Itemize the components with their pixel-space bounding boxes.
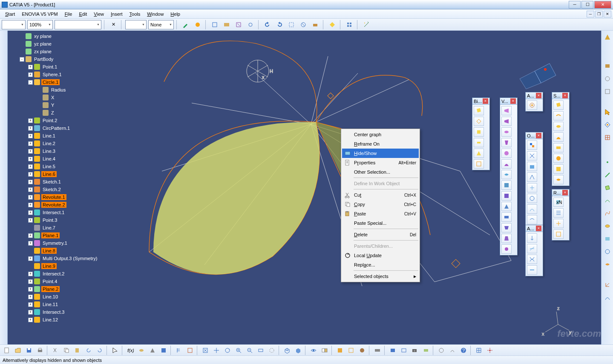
tree-item[interactable]: +Point.1 [8,63,106,71]
tree-item[interactable]: X [8,94,106,101]
ctx-cut[interactable]: CutCtrl+X [342,190,419,200]
palette-button[interactable] [553,175,564,184]
help-button[interactable]: ? [458,346,469,355]
menu-file[interactable]: File [61,11,76,17]
ctx-copy[interactable]: CopyCtrl+C [342,200,419,209]
expand-icon[interactable]: + [28,210,33,215]
new-button[interactable] [2,346,12,355]
tool-button[interactable] [436,346,446,355]
close-icon[interactable]: × [536,133,541,138]
palette-button[interactable] [553,154,564,163]
tool-button[interactable] [602,74,613,83]
expand-icon[interactable]: + [28,279,33,284]
tool-button[interactable] [602,209,613,218]
tree-item[interactable]: +Point.2 [8,117,106,124]
menu-insert[interactable]: Insert [107,11,126,17]
palette-button[interactable] [527,244,537,253]
snap-button[interactable] [485,346,495,355]
close-icon[interactable]: × [510,98,516,104]
tree-item[interactable]: +Line.5 [8,163,106,170]
tool-button[interactable] [158,346,169,355]
line-style-combo[interactable] [125,20,147,29]
ctx-replace[interactable]: Replace... [342,260,419,269]
tree-item[interactable]: +Line.1 [8,132,106,140]
expand-icon[interactable]: + [28,141,33,146]
tree-item[interactable]: +Point.4 [8,278,106,285]
tree-item[interactable]: +Plane.1 [8,232,106,239]
tree-item[interactable]: +Intersect.2 [8,270,106,278]
tree-item[interactable]: Z [8,109,106,117]
tool-button[interactable] [233,20,244,29]
tool-button[interactable] [147,346,158,355]
sketch-button[interactable] [602,133,613,142]
palette-button[interactable] [527,204,537,214]
tree-item[interactable]: +CircPattern.1 [8,124,106,132]
palette-button[interactable] [501,149,512,158]
tool-button[interactable] [222,20,232,29]
swap-button[interactable] [319,346,330,355]
tree-item[interactable]: -PartBody [8,55,106,63]
tree-item[interactable]: +Plane.2 [8,285,106,293]
camera-button[interactable] [410,346,420,355]
palette-button[interactable] [501,212,512,222]
expand-icon[interactable]: + [28,272,33,276]
expand-icon[interactable]: + [28,149,33,154]
ctx-local-update[interactable]: Local Update [342,251,419,260]
close-style-button[interactable]: ✕ [108,20,118,29]
tree-item[interactable]: +Line.3 [8,147,106,155]
line-button[interactable] [602,170,613,180]
expand-icon[interactable]: + [28,65,33,69]
tree-item[interactable]: +Revolute.1 [8,193,106,201]
tree-button[interactable] [174,346,184,355]
shading-button[interactable] [293,346,303,355]
menu-enovia[interactable]: ENOVIA V5 VPM [18,11,61,17]
palette-button[interactable] [527,194,537,203]
child-close-button[interactable]: ✕ [604,11,611,17]
expand-icon[interactable]: + [28,157,33,161]
expand-icon[interactable]: + [28,134,33,138]
minimize-button[interactable]: ─ [569,1,581,9]
tool-button[interactable] [286,20,296,29]
palette-header[interactable]: Bi...× [472,98,489,105]
tool-button[interactable] [421,346,431,355]
palette-button[interactable] [474,138,484,147]
combo-blank2[interactable] [55,20,101,29]
palette-button[interactable] [501,234,512,243]
print-button[interactable] [35,346,45,355]
tree-item[interactable]: +Line.10 [8,293,106,301]
palette-button[interactable] [527,183,537,192]
tool-button[interactable] [298,20,308,29]
palette-button[interactable] [501,223,512,232]
tool-button[interactable] [310,20,320,29]
palette-button[interactable] [527,140,537,150]
palette-header[interactable]: A...× [526,225,543,232]
ctx-delete[interactable]: DeleteDel [342,230,419,239]
palette-button[interactable] [501,181,512,190]
palette-header[interactable]: V...× [500,98,517,105]
palette-a1[interactable]: A...× [525,92,543,112]
palette-button[interactable] [474,159,484,169]
expand-icon[interactable]: + [28,172,33,177]
plane-button[interactable] [602,183,613,192]
tool-button[interactable] [357,346,367,355]
tree-item[interactable]: +Sphere.1 [8,71,106,78]
palette-button[interactable] [501,159,512,169]
tree-item[interactable]: +Symmetry.1 [8,239,106,247]
palette-button[interactable] [474,149,484,158]
child-restore-button[interactable]: ❐ [595,11,603,17]
tool-button[interactable] [210,20,220,29]
menu-edit[interactable]: Edit [75,11,90,17]
child-minimize-button[interactable]: ─ [587,11,594,17]
pointer-button[interactable] [602,107,613,117]
expand-icon[interactable]: + [28,126,33,131]
palette-button[interactable] [527,100,537,110]
redo-button[interactable] [95,346,105,355]
palette-button[interactable] [474,106,484,115]
point-button[interactable] [602,158,613,167]
expand-icon[interactable]: + [28,118,33,123]
palette-button[interactable] [527,265,537,275]
tree-item[interactable]: Radius [8,86,106,94]
palette-button[interactable] [501,202,512,211]
palette-button[interactable] [501,244,512,254]
ctx-other-selection[interactable]: Other Selection... [342,167,419,177]
